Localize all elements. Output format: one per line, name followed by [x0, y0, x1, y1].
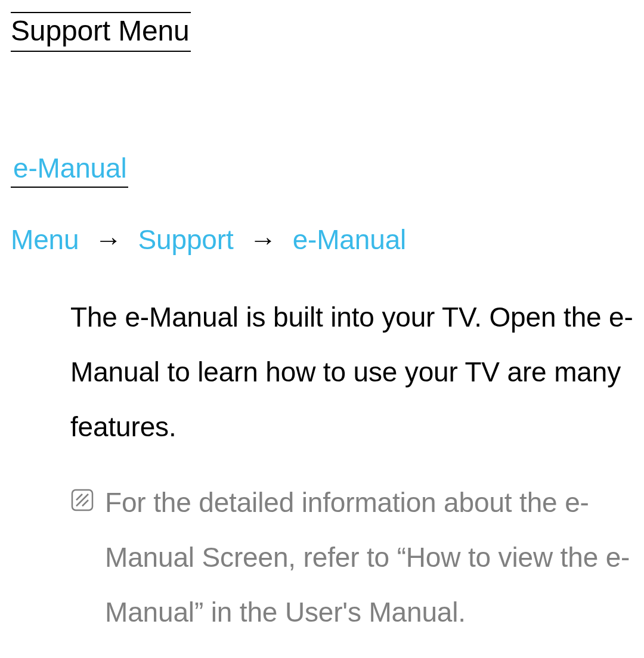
arrow-right-icon: → — [249, 224, 277, 255]
body-text: The e-Manual is built into your TV. Open… — [11, 290, 633, 454]
svg-line-3 — [82, 500, 88, 506]
breadcrumb-item-emanual: e-Manual — [293, 224, 407, 255]
note-text: For the detailed information about the e… — [105, 475, 633, 640]
svg-line-1 — [76, 494, 88, 506]
breadcrumb-item-support: Support — [138, 224, 234, 255]
section-title: e-Manual — [11, 153, 128, 188]
arrow-right-icon: → — [95, 224, 122, 255]
breadcrumb: Menu → Support → e-Manual — [11, 224, 633, 256]
page-title: Support Menu — [11, 12, 191, 52]
svg-line-2 — [76, 494, 82, 500]
breadcrumb-item-menu: Menu — [11, 224, 79, 255]
note-block: For the detailed information about the e… — [11, 475, 633, 640]
note-icon — [70, 488, 94, 514]
